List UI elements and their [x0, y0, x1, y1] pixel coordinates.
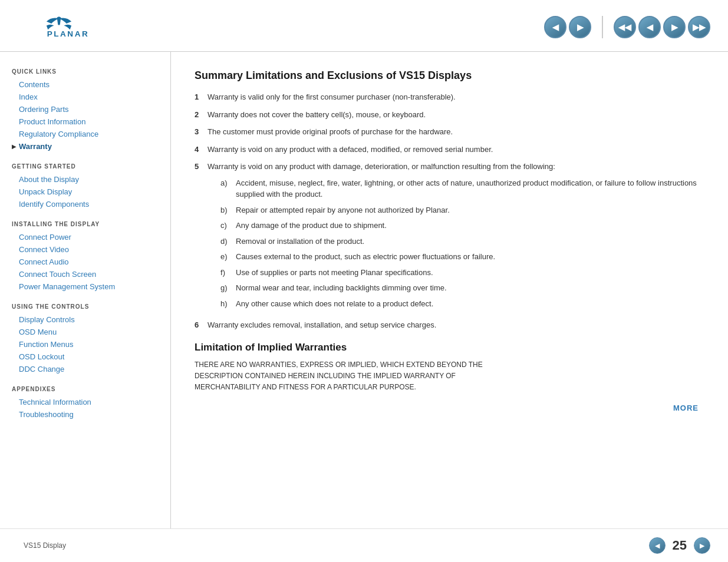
sidebar-item-connect-touch-screen[interactable]: Connect Touch Screen — [12, 268, 159, 280]
sidebar-item-unpack-display[interactable]: Unpack Display — [12, 186, 159, 198]
sidebar: QUICK LINKS Contents Index Ordering Part… — [0, 52, 171, 528]
nav-back-button[interactable]: ◀ — [544, 16, 566, 38]
main-layout: QUICK LINKS Contents Index Ordering Part… — [0, 52, 728, 528]
list-item-2-text: Warranty does not cover the battery cell… — [207, 109, 699, 121]
warranty-list: Warranty is valid only for the first con… — [195, 91, 699, 331]
footer-prev-button[interactable]: ◀ — [649, 537, 666, 554]
footer: VS15 Display ◀ 25 ▶ — [0, 528, 728, 562]
controls-section-label: USING THE CONTROLS — [12, 303, 159, 310]
sidebar-item-osd-menu[interactable]: OSD Menu — [12, 326, 159, 338]
sub-list-item-b: Repair or attempted repair by anyone not… — [220, 204, 699, 216]
sidebar-item-technical-information[interactable]: Technical Information — [12, 396, 159, 408]
footer-page-area: ◀ 25 ▶ — [649, 537, 710, 554]
sidebar-item-connect-audio[interactable]: Connect Audio — [12, 256, 159, 268]
sidebar-item-warranty[interactable]: Warranty — [19, 140, 52, 153]
main-section-title: Summary Limitations and Exclusions of VS… — [195, 70, 699, 82]
quick-links-section-label: QUICK LINKS — [12, 68, 159, 75]
nav-divider — [602, 16, 603, 38]
list-item-4: Warranty is void on any product with a d… — [195, 144, 699, 156]
sidebar-item-function-menus[interactable]: Function Menus — [12, 338, 159, 351]
nav-first-button[interactable]: ◀◀ — [614, 16, 636, 38]
list-item-3-text: The customer must provide original proof… — [207, 126, 699, 138]
list-item-5-main-text: Warranty is void on any product with dam… — [207, 162, 555, 171]
planar-logo: PLANAR — [18, 11, 100, 43]
content-area: Summary Limitations and Exclusions of VS… — [171, 52, 728, 528]
sub-list-item-a: Accident, misuse, neglect, fire, water, … — [220, 177, 699, 200]
installing-section-label: INSTALLING THE DISPLAY — [12, 221, 159, 227]
sidebar-item-ordering-parts[interactable]: Ordering Parts — [12, 103, 159, 115]
list-item-6: Warranty excludes removal, installation,… — [195, 319, 699, 331]
getting-started-section-label: GETTING STARTED — [12, 163, 159, 170]
list-item-5-text: Warranty is void on any product with dam… — [207, 161, 699, 313]
nav-last-button[interactable]: ▶▶ — [688, 16, 710, 38]
list-item-1-text: Warranty is valid only for the first con… — [207, 91, 699, 103]
list-item-4-text: Warranty is void on any product with a d… — [207, 144, 699, 156]
list-item-3: The customer must provide original proof… — [195, 126, 699, 138]
implied-warranties-text: THERE ARE NO WARRANTIES, EXPRESS OR IMPL… — [195, 359, 501, 394]
footer-product-label: VS15 Display — [24, 541, 66, 550]
list-item-2: Warranty does not cover the battery cell… — [195, 109, 699, 121]
sidebar-item-identify-components[interactable]: Identify Components — [12, 198, 159, 210]
sidebar-item-warranty-row: ▶ Warranty — [12, 140, 159, 153]
sub-list-item-h: Any other cause which does not relate to… — [220, 298, 699, 310]
nav-group-primary: ◀ ▶ — [544, 16, 591, 38]
sidebar-item-troubleshooting[interactable]: Troubleshooting — [12, 408, 159, 421]
sub-list-item-d: Removal or installation of the product. — [220, 236, 699, 247]
sidebar-item-index[interactable]: Index — [12, 91, 159, 103]
sidebar-item-about-display[interactable]: About the Display — [12, 173, 159, 186]
sidebar-item-regulatory-compliance[interactable]: Regulatory Compliance — [12, 128, 159, 140]
sidebar-item-product-information[interactable]: Product Information — [12, 115, 159, 128]
appendixes-section-label: APPENDIXES — [12, 386, 159, 392]
sub-list-item-e: Causes external to the product, such as … — [220, 251, 699, 263]
list-item-5: Warranty is void on any product with dam… — [195, 161, 699, 313]
sidebar-item-osd-lockout[interactable]: OSD Lockout — [12, 351, 159, 363]
sub-list-item-g: Normal wear and tear, including backligh… — [220, 282, 699, 294]
logo-area: PLANAR — [18, 11, 100, 43]
footer-next-button[interactable]: ▶ — [694, 537, 710, 554]
sub-list-item-c: Any damage of the product due to shipmen… — [220, 220, 699, 232]
nav-forward-button[interactable]: ▶ — [569, 16, 591, 38]
nav-next-button[interactable]: ▶ — [663, 16, 686, 38]
page-wrapper: PLANAR ◀ ▶ ◀◀ ◀ ▶ ▶▶ QUICK LINKS Content… — [0, 0, 728, 562]
sidebar-item-power-management[interactable]: Power Management System — [12, 280, 159, 293]
top-bar: PLANAR ◀ ▶ ◀◀ ◀ ▶ ▶▶ — [0, 0, 728, 51]
sub-list-5: Accident, misuse, neglect, fire, water, … — [220, 177, 699, 310]
sidebar-item-contents[interactable]: Contents — [12, 78, 159, 91]
nav-prev-button[interactable]: ◀ — [638, 16, 661, 38]
sidebar-item-ddc-change[interactable]: DDC Change — [12, 363, 159, 375]
list-item-1: Warranty is valid only for the first con… — [195, 91, 699, 103]
more-link[interactable]: MORE — [195, 404, 699, 412]
implied-warranties-title: Limitation of Implied Warranties — [195, 342, 699, 353]
sidebar-item-display-controls[interactable]: Display Controls — [12, 313, 159, 326]
svg-text:PLANAR: PLANAR — [47, 29, 90, 38]
footer-page-number: 25 — [673, 538, 687, 553]
sidebar-item-connect-power[interactable]: Connect Power — [12, 231, 159, 243]
list-item-6-text: Warranty excludes removal, installation,… — [207, 319, 699, 331]
nav-buttons-area: ◀ ▶ ◀◀ ◀ ▶ ▶▶ — [544, 16, 710, 38]
sidebar-item-connect-video[interactable]: Connect Video — [12, 243, 159, 256]
nav-group-secondary: ◀◀ ◀ ▶ ▶▶ — [614, 16, 710, 38]
active-arrow-icon: ▶ — [12, 143, 17, 150]
sub-list-item-f: Use of supplies or parts not meeting Pla… — [220, 267, 699, 279]
